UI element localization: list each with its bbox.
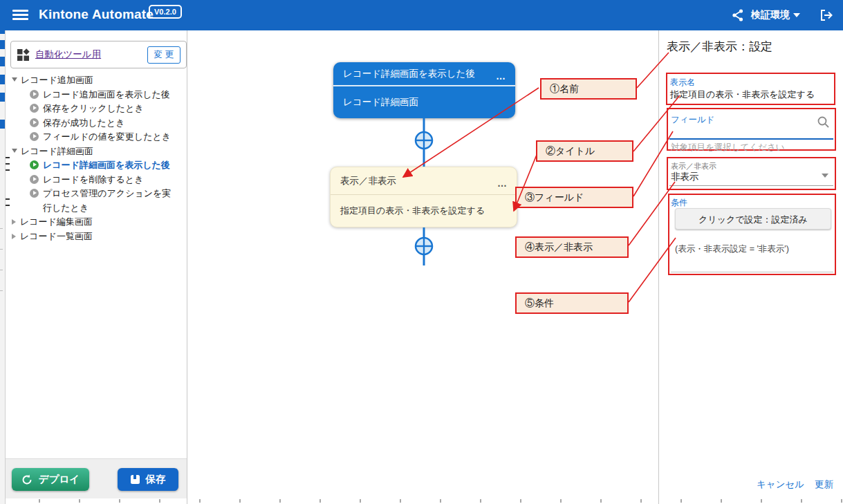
tree-item[interactable]: 保存をクリックしたとき (9, 102, 182, 116)
event-play-icon (30, 90, 39, 99)
app-card: 自動化ツール用 変 更 (10, 41, 187, 68)
trigger-node[interactable]: レコード詳細画面を表示した後 … レコード詳細画面 (333, 62, 515, 118)
event-play-icon (30, 132, 39, 141)
save-button[interactable]: 保存 (118, 468, 178, 491)
caret-down-icon (12, 149, 17, 153)
sidebar: 自動化ツール用 変 更 レコード追加画面 レコード追加画面を表示した後 保存をク… (5, 30, 187, 504)
tree-group-record-detail[interactable]: レコード詳細画面 (9, 144, 182, 159)
event-tree: レコード追加画面 レコード追加画面を表示した後 保存をクリックしたとき 保存が成… (9, 73, 182, 243)
deploy-button[interactable]: デプロイ (12, 468, 89, 491)
strip-tick (6, 163, 10, 165)
caret-down-icon (12, 77, 17, 82)
search-icon[interactable] (817, 115, 830, 129)
tree-item[interactable]: 保存が成功したとき (9, 116, 182, 131)
caret-right-icon (12, 234, 16, 239)
display-name-value[interactable]: 指定項目の表示・非表示を設定する (670, 88, 815, 101)
panel-title: 表示／非表示：設定 (667, 39, 772, 55)
chevron-down-icon (793, 13, 800, 17)
condition-summary: (表示・非表示設定 = '非表示') (675, 243, 789, 255)
visibility-label: 表示／非表示 (671, 161, 716, 171)
sync-icon (21, 474, 33, 485)
annotation-visibility: ④表示／非表示 (515, 236, 629, 258)
condition-settings-button[interactable]: クリックで設定：設定済み (675, 208, 831, 230)
condition-label: 条件 (671, 197, 687, 209)
event-play-icon (30, 104, 39, 113)
share-icon[interactable] (731, 8, 745, 22)
tree-item[interactable]: レコード追加画面を表示した後 (9, 88, 182, 102)
strip-tick (0, 228, 3, 229)
annotation-condition: ⑤条件 (515, 292, 629, 314)
action-node-title: 表示／非表示 … (331, 167, 517, 195)
strip-tick (6, 157, 10, 158)
strip-tick (0, 249, 3, 250)
tree-item[interactable]: プロセス管理のアクションを実行したとき (9, 187, 182, 215)
field-label: フィールド (671, 114, 715, 126)
canvas-ruler-ticks (0, 499, 843, 503)
tree-item[interactable]: レコードを削除するとき (9, 173, 182, 187)
annotation-name: ①名前 (540, 78, 637, 100)
node-menu-icon[interactable]: … (497, 170, 508, 197)
display-name-field-group: 表示名 指定項目の表示・非表示を設定する (666, 73, 835, 105)
strip-tick (0, 290, 3, 291)
settings-panel: 表示／非表示：設定 表示名 指定項目の表示・非表示を設定する フィールド 対象項… (658, 30, 843, 504)
save-icon (131, 475, 140, 484)
strip-tick (6, 169, 10, 171)
field-input[interactable] (669, 138, 833, 140)
sidebar-footer: デプロイ 保存 (5, 458, 187, 498)
dropdown-caret-icon (822, 174, 828, 178)
tree-group-record-list[interactable]: レコード一覧画面 (9, 230, 182, 244)
event-play-icon (30, 118, 39, 127)
app-name-link[interactable]: 自動化ツール用 (35, 48, 101, 61)
event-play-icon (30, 189, 39, 198)
trigger-node-subtitle: レコード詳細画面 (333, 86, 515, 118)
version-badge: V0.2.0 (149, 5, 182, 19)
event-play-icon (30, 175, 39, 184)
environment-selector[interactable]: 検証環境 (751, 9, 790, 21)
update-link[interactable]: 更新 (815, 478, 833, 491)
annotation-field: ③フィールド (515, 187, 633, 208)
minimap-strip (0, 30, 6, 504)
cancel-link[interactable]: キャンセル (757, 478, 804, 491)
field-select-group: フィールド 対象項目を選択してください (667, 108, 836, 151)
event-play-icon-active (30, 160, 39, 169)
node-menu-icon[interactable]: … (496, 65, 506, 88)
tree-group-record-edit[interactable]: レコード編集画面 (9, 215, 182, 230)
visibility-select-group[interactable]: 表示／非表示 非表示 (667, 157, 836, 190)
strip-tick (0, 270, 3, 270)
tree-group-record-add[interactable]: レコード追加画面 (9, 73, 182, 88)
hamburger-menu-icon[interactable] (12, 10, 28, 21)
add-step-button[interactable] (416, 132, 432, 149)
logout-icon[interactable] (819, 8, 834, 23)
tree-item[interactable]: フィールドの値を変更したとき (9, 130, 182, 144)
kintone-automate-app: Kintone Automate V0.2.0 検証環境 (0, 0, 843, 504)
action-node-subtitle: 指定項目の表示・非表示を設定する (331, 195, 517, 227)
trigger-node-title: レコード詳細画面を表示した後 … (333, 62, 515, 86)
annotation-title: ②タイトル (536, 140, 633, 162)
select-underline (669, 185, 833, 186)
tree-item-selected[interactable]: レコード詳細画面を表示した後 (9, 158, 182, 173)
condition-group: 条件 クリックで設定：設定済み (表示・非表示設定 = '非表示') (668, 194, 836, 275)
change-app-button[interactable]: 変 更 (147, 46, 180, 64)
app-header: Kintone Automate V0.2.0 検証環境 (0, 0, 843, 30)
app-title: Kintone Automate (39, 7, 154, 22)
strip-tick (6, 198, 10, 200)
action-node[interactable]: 表示／非表示 … 指定項目の表示・非表示を設定する (330, 167, 517, 227)
strip-tick (6, 205, 10, 206)
field-placeholder: 対象項目を選択してください (671, 142, 785, 153)
app-icon (17, 48, 30, 62)
divider (671, 272, 833, 272)
caret-right-icon (12, 219, 16, 225)
visibility-value: 非表示 (671, 171, 699, 183)
display-name-label: 表示名 (670, 77, 695, 88)
add-step-button[interactable] (416, 238, 432, 254)
